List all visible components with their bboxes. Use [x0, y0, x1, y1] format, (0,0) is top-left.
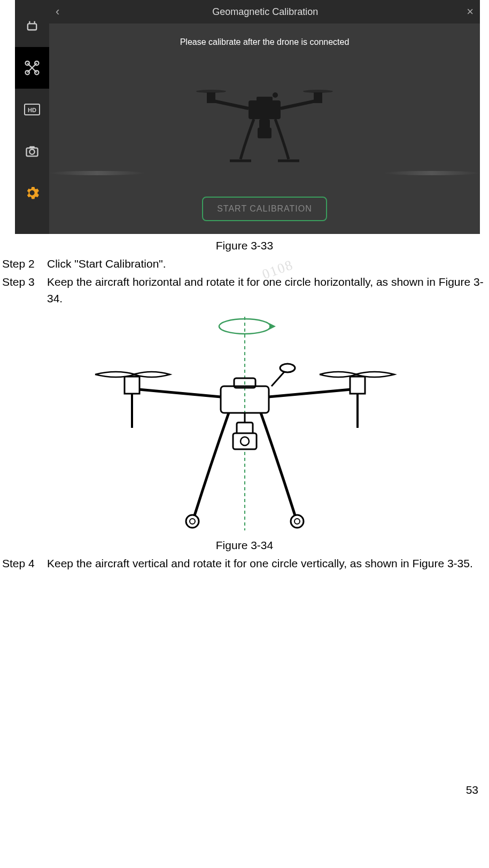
settings-icon[interactable]: [15, 172, 49, 214]
remote-icon[interactable]: [15, 5, 49, 47]
drone-icon[interactable]: [15, 47, 49, 89]
svg-point-32: [280, 364, 295, 372]
svg-line-33: [133, 389, 221, 397]
svg-rect-13: [249, 100, 281, 119]
start-calibration-button[interactable]: START CALIBRATION: [202, 197, 327, 221]
figure-334: [74, 311, 416, 536]
svg-line-16: [211, 100, 249, 108]
step-2: Step 2 Click "Start Calibration".: [2, 255, 489, 272]
svg-point-21: [303, 90, 333, 93]
svg-rect-14: [257, 97, 273, 102]
svg-point-15: [273, 92, 278, 98]
step-4-text: Keep the aircraft vertical and rotate it…: [47, 555, 489, 572]
sidebar: HD: [15, 0, 49, 234]
svg-rect-18: [207, 92, 215, 103]
step-2-label: Step 2: [2, 255, 47, 272]
drone-image: [195, 71, 334, 173]
svg-point-40: [190, 519, 195, 524]
svg-rect-36: [350, 377, 365, 394]
hd-icon[interactable]: HD: [15, 89, 49, 130]
step-3: Step 3 Keep the aircraft horizontal and …: [2, 273, 489, 307]
header-title: Geomagnetic Calibration: [64, 6, 467, 18]
step-3-label: Step 3: [2, 273, 47, 307]
runway-left: [49, 171, 145, 175]
main-panel: ‹ Geomagnetic Calibration × Please calib…: [49, 0, 480, 234]
page-number: 53: [466, 784, 478, 796]
figure-334-caption: Figure 3-34: [0, 539, 489, 552]
calibration-message: Please calibrate after the drone is conn…: [49, 37, 480, 47]
svg-rect-24: [259, 119, 270, 129]
svg-point-12: [29, 150, 34, 154]
svg-rect-35: [125, 377, 139, 394]
drone-rotation-diagram: [74, 311, 416, 536]
svg-point-20: [196, 90, 226, 93]
svg-point-46: [240, 437, 249, 445]
svg-marker-28: [269, 323, 276, 330]
svg-rect-19: [314, 92, 322, 103]
header: ‹ Geomagnetic Calibration ×: [49, 0, 480, 24]
back-icon[interactable]: ‹: [56, 5, 59, 19]
camera-icon[interactable]: [15, 130, 49, 172]
svg-line-34: [269, 389, 357, 397]
svg-text:HD: HD: [28, 107, 36, 113]
runway-right: [384, 171, 480, 175]
app-screenshot: HD ‹ Geomagnetic Calibration × Please ca…: [15, 0, 480, 234]
svg-rect-25: [258, 128, 271, 138]
drone-display: [49, 47, 480, 197]
svg-line-17: [281, 100, 318, 108]
step-4-label: Step 4: [2, 555, 47, 572]
figure-333-caption: Figure 3-33: [0, 239, 489, 252]
close-icon[interactable]: ×: [467, 5, 474, 19]
svg-rect-0: [28, 24, 36, 30]
svg-line-31: [271, 371, 285, 386]
svg-point-42: [294, 519, 300, 524]
step-4: Step 4 Keep the aircraft vertical and ro…: [2, 555, 489, 572]
